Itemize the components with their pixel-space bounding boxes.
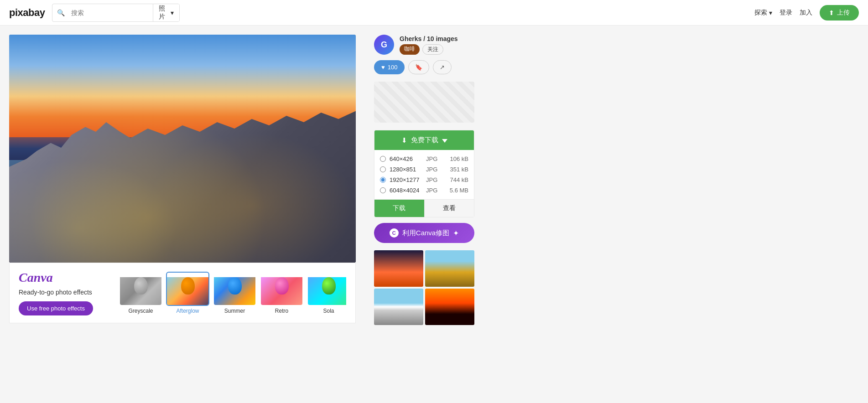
bookmark-icon: 🔖	[415, 64, 422, 71]
canva-edit-button[interactable]: C 利用Canva修图 ✦	[374, 223, 474, 243]
effect-thumb-summer	[213, 272, 256, 306]
search-container: 🔍 照片 ▾	[52, 4, 180, 22]
right-sidebar: G Gherks / 10 images 咖啡 关注 ♥ 100 🔖 ↗	[365, 35, 483, 325]
chevron-down-icon: ▾	[769, 9, 772, 16]
size-dim-4: 6048×4024	[390, 187, 422, 194]
effect-label-summer: Summer	[224, 308, 245, 314]
follow-tag[interactable]: 关注	[422, 44, 443, 55]
free-effects-button[interactable]: Use free photo effects	[19, 301, 93, 315]
canva-c-icon: C	[390, 228, 399, 238]
size-option-1: 640×426 JPG 106 kB	[380, 154, 468, 164]
thumbnail-2[interactable]	[425, 250, 474, 287]
download-main-button[interactable]: ⬇ 免费下载	[374, 130, 474, 150]
size-kb-4: 5.6 MB	[446, 187, 468, 194]
effects-list: Greyscale Afterglow	[119, 272, 346, 314]
size-dim-3: 1920×1277	[390, 176, 422, 183]
effect-label-retro: Retro	[275, 308, 288, 314]
size-kb-3: 744 kB	[446, 176, 468, 183]
download-icon: ⬇	[401, 136, 407, 145]
size-option-2: 1280×851 JPG 351 kB	[380, 164, 468, 175]
avatar: G	[374, 35, 394, 55]
main-image	[9, 35, 356, 263]
download-section: ⬇ 免费下载 640×426 JPG 106 kB 1280×851 JPG 3…	[374, 130, 474, 217]
size-dim-2: 1280×851	[390, 166, 422, 173]
download-actions: 下载 查看	[374, 199, 474, 217]
size-radio-4[interactable]	[380, 187, 386, 193]
logo: pixabay	[9, 7, 45, 19]
size-option-4: 6048×4024 JPG 5.6 MB	[380, 185, 468, 196]
size-fmt-2: JPG	[426, 166, 442, 173]
size-radio-1[interactable]	[380, 156, 386, 162]
like-count: 100	[388, 64, 398, 71]
author-tags: 咖啡 关注	[400, 44, 458, 55]
download-button[interactable]: 下载	[374, 200, 424, 217]
share-button[interactable]: ↗	[433, 60, 452, 74]
thumbnail-1[interactable]	[374, 250, 423, 287]
size-kb-2: 351 kB	[446, 166, 468, 173]
explore-link[interactable]: 探索 ▾	[754, 9, 772, 17]
media-type-selector[interactable]: 照片 ▾	[153, 4, 179, 21]
size-option-3: 1920×1277 JPG 744 kB	[380, 175, 468, 185]
size-radio-2[interactable]	[380, 166, 386, 172]
author-section: G Gherks / 10 images 咖啡 关注	[374, 35, 474, 55]
effect-greyscale[interactable]: Greyscale	[119, 272, 162, 314]
view-button[interactable]: 查看	[424, 200, 474, 217]
like-button[interactable]: ♥ 100	[374, 60, 405, 74]
size-fmt-4: JPG	[426, 187, 442, 194]
canva-tagline: Ready-to-go photo effects	[19, 289, 110, 296]
coffee-tag[interactable]: 咖啡	[400, 44, 420, 55]
size-options: 640×426 JPG 106 kB 1280×851 JPG 351 kB 1…	[374, 150, 474, 199]
thumbnail-4[interactable]	[425, 289, 474, 325]
effect-thumb-sola	[307, 272, 346, 306]
image-section: Canva Ready-to-go photo effects Use free…	[9, 35, 356, 325]
login-link[interactable]: 登录	[780, 9, 792, 17]
size-kb-1: 106 kB	[446, 155, 468, 162]
effect-label-afterglow: Afterglow	[176, 308, 199, 314]
header-right: 探索 ▾ 登录 加入 ⬆ 上传	[754, 5, 859, 21]
size-radio-3[interactable]	[380, 177, 386, 183]
effect-summer[interactable]: Summer	[213, 272, 256, 314]
bookmark-button[interactable]: 🔖	[408, 60, 429, 74]
search-icon: 🔍	[52, 9, 69, 16]
canva-section: Canva Ready-to-go photo effects Use free…	[9, 263, 356, 323]
media-type-label: 照片	[159, 5, 169, 21]
canva-left: Canva Ready-to-go photo effects Use free…	[19, 270, 110, 315]
size-dim-1: 640×426	[390, 155, 422, 162]
header: pixabay 🔍 照片 ▾ 探索 ▾ 登录 加入 ⬆ 上传	[0, 0, 868, 26]
effect-sola[interactable]: Sola	[307, 272, 346, 314]
ad-banner	[374, 82, 474, 123]
size-fmt-1: JPG	[426, 155, 442, 162]
search-input[interactable]	[69, 5, 153, 20]
upload-icon: ⬆	[829, 9, 834, 16]
effect-afterglow[interactable]: Afterglow	[166, 272, 209, 314]
author-info: Gherks / 10 images 咖啡 关注	[400, 35, 458, 55]
size-fmt-3: JPG	[426, 176, 442, 183]
effect-retro[interactable]: Retro	[260, 272, 303, 314]
effect-label-sola: Sola	[323, 308, 334, 314]
upload-button[interactable]: ⬆ 上传	[820, 5, 859, 21]
share-icon: ↗	[440, 64, 445, 71]
effect-label-greyscale: Greyscale	[128, 308, 153, 314]
author-name: Gherks / 10 images	[400, 35, 458, 42]
effect-thumb-afterglow	[166, 272, 209, 306]
dropdown-arrow-icon	[442, 139, 447, 143]
canva-logo: Canva	[19, 270, 110, 285]
join-link[interactable]: 加入	[800, 9, 812, 17]
thumbnail-3[interactable]	[374, 289, 423, 325]
effect-thumb-greyscale	[119, 272, 162, 306]
sparkle-icon: ✦	[453, 229, 459, 238]
main-image-container	[9, 35, 356, 263]
chevron-down-icon: ▾	[171, 9, 174, 16]
action-buttons: ♥ 100 🔖 ↗	[374, 60, 474, 74]
thumbnail-grid	[374, 250, 474, 325]
effect-thumb-retro	[260, 272, 303, 306]
heart-icon: ♥	[381, 64, 385, 71]
